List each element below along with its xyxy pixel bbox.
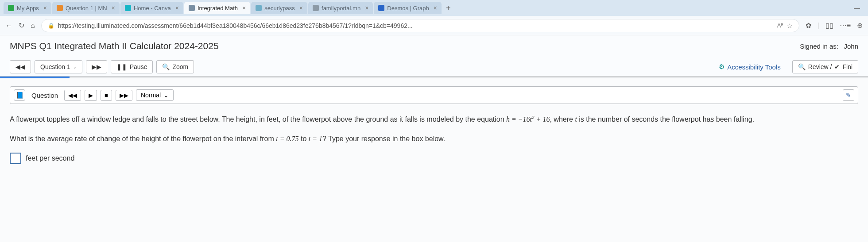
tab-integrated-math[interactable]: Integrated Math × (184, 2, 250, 14)
zoom-button[interactable]: 🔍 Zoom (156, 60, 194, 73)
edit-icon[interactable]: ✎ (843, 89, 854, 101)
next-question-button[interactable]: ▶▶ (86, 60, 107, 73)
pause-icon: ❚❚ (116, 63, 127, 70)
question-logo-icon: 📘 (14, 89, 25, 101)
assessment-title: MNPS Q1 Integrated Math II Calculator 20… (10, 41, 219, 51)
tab-securlypass[interactable]: securlypass × (251, 2, 307, 14)
extensions-icon[interactable]: ✿ (806, 21, 811, 30)
question-paragraph-2: What is the average rate of change of th… (10, 133, 858, 145)
browser-tab-strip: My Apps × Question 1 | MN × Home - Canva… (0, 0, 868, 16)
favorite-icon[interactable]: ☆ (787, 22, 793, 29)
signed-in-label: Signed in as: John (800, 42, 858, 50)
tab-desmos[interactable]: Desmos | Graph × (374, 2, 442, 14)
tab-label: Question 1 | MN (66, 5, 107, 12)
answer-unit: feet per second (26, 153, 74, 164)
close-icon[interactable]: × (299, 4, 303, 12)
close-icon[interactable]: × (43, 4, 47, 12)
question-toolbar-title: Question (29, 92, 61, 99)
equation-t-end: t = 1 (309, 135, 322, 142)
apps-icon[interactable]: ⊕ (857, 21, 863, 30)
finish-label: Fini (842, 63, 852, 70)
text: to (301, 135, 309, 142)
reader-icon[interactable]: A⁹ (777, 22, 783, 29)
tab-label: familyportal.mn (322, 5, 360, 12)
tab-question-mn[interactable]: Question 1 | MN × (52, 2, 120, 14)
text: What is the average rate of change of th… (10, 135, 276, 142)
close-icon[interactable]: × (175, 4, 179, 12)
url-input[interactable]: 🔒 https://testing.illuminateed.com/asses… (41, 19, 799, 32)
close-icon[interactable]: × (365, 4, 368, 12)
answer-row: feet per second (10, 153, 858, 164)
tab-label: My Apps (17, 5, 39, 12)
lock-icon: 🔒 (48, 23, 54, 29)
answer-input[interactable] (10, 153, 21, 164)
media-play-button[interactable]: ▶ (85, 90, 97, 101)
question-nav-toolbar: ◀◀ Question 1 ⌄ ▶▶ ❚❚ Pause 🔍 Zoom ⚙ Acc… (0, 58, 868, 77)
tab-familyportal[interactable]: familyportal.mn × (308, 2, 373, 14)
text: , where (550, 115, 575, 123)
accessibility-tools-button[interactable]: ⚙ Accessibility Tools (719, 63, 781, 71)
close-icon[interactable]: × (242, 4, 246, 12)
chevron-down-icon: ⌄ (163, 92, 169, 99)
tab-favicon (125, 5, 131, 11)
pause-button[interactable]: ❚❚ Pause (111, 60, 153, 73)
prev-question-button[interactable]: ◀◀ (10, 60, 31, 73)
search-icon: 🔍 (162, 63, 170, 70)
tab-canva[interactable]: Home - Canva × (120, 2, 183, 14)
tab-label: securlypass (264, 5, 295, 12)
media-stop-button[interactable]: ■ (101, 90, 112, 101)
check-icon: ✔ (834, 63, 840, 70)
question-selector-label: Question 1 (40, 63, 70, 70)
tab-label: Home - Canva (134, 5, 171, 12)
tab-favicon (378, 5, 384, 11)
media-forward-button[interactable]: ▶▶ (116, 90, 132, 101)
close-icon[interactable]: × (112, 4, 115, 12)
question-toolbar: 📘 Question ◀◀ ▶ ■ ▶▶ Normal ⌄ ✎ (10, 86, 858, 104)
collections-icon[interactable]: ⋯≡ (840, 21, 851, 30)
tab-favicon (8, 5, 14, 11)
tab-label: Integrated Math (198, 5, 238, 12)
equation-height: h = −16t2 + 16 (506, 115, 550, 123)
review-finish-button[interactable]: 🔍 Review / ✔ Fini (792, 60, 858, 73)
assessment-header: MNPS Q1 Integrated Math II Calculator 20… (0, 35, 868, 58)
new-tab-button[interactable]: + (442, 2, 454, 15)
question-body: A flowerpot topples off a window ledge a… (0, 104, 868, 170)
window-minimize-icon[interactable]: — (854, 4, 860, 12)
pause-label: Pause (130, 63, 147, 70)
url-text: https://testing.illuminateed.com/assessm… (58, 22, 774, 29)
question-selector[interactable]: Question 1 ⌄ (35, 60, 82, 73)
question-paragraph-1: A flowerpot topples off a window ledge a… (10, 114, 858, 125)
media-rewind-button[interactable]: ◀◀ (64, 90, 81, 101)
tab-favicon (189, 5, 195, 11)
refresh-icon[interactable]: ↻ (19, 21, 24, 30)
signed-label: Signed in as: (800, 42, 838, 50)
text: ? Type your response in the box below. (322, 135, 445, 142)
address-bar: ← ↻ ⌂ 🔒 https://testing.illuminateed.com… (0, 16, 868, 35)
back-icon[interactable]: ← (5, 22, 12, 30)
speed-selector[interactable]: Normal ⌄ (136, 89, 174, 101)
tab-favicon (313, 5, 319, 11)
accessibility-icon: ⚙ (719, 63, 725, 71)
accessibility-label: Accessibility Tools (727, 63, 781, 71)
tab-my-apps[interactable]: My Apps × (4, 2, 51, 14)
home-icon[interactable]: ⌂ (31, 22, 35, 30)
search-icon: 🔍 (798, 63, 806, 70)
review-label: Review / (808, 63, 832, 70)
close-icon[interactable]: × (434, 4, 437, 12)
chevron-down-icon: ⌄ (73, 65, 77, 69)
text: is the number of seconds the flowerpot h… (577, 115, 754, 123)
signed-user: John (844, 42, 858, 50)
equation-t-start: t = 0.75 (276, 135, 298, 142)
tab-label: Desmos | Graph (387, 5, 429, 12)
text: A flowerpot topples off a window ledge a… (10, 115, 506, 123)
zoom-label: Zoom (172, 63, 188, 70)
divider: | (818, 22, 819, 30)
tab-favicon (256, 5, 262, 11)
speed-label: Normal (141, 92, 161, 99)
split-icon[interactable]: ▯▯ (825, 21, 833, 30)
tab-favicon (57, 5, 63, 11)
